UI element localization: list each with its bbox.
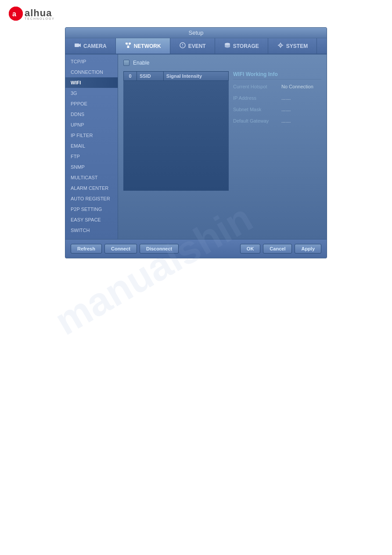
tab-event-label: EVENT xyxy=(188,43,206,49)
main-content: TCP/IP CONNECTION WIFI 3G PPPOE DDNS UPN… xyxy=(65,54,327,239)
current-hotspot-label: Current Hotspot xyxy=(233,84,281,89)
wifi-panel: 0 SSID Signal Intensity WIFI Working Inf… xyxy=(123,71,321,191)
wifi-table-section: 0 SSID Signal Intensity xyxy=(123,71,229,191)
camera-icon xyxy=(74,42,81,50)
tab-network[interactable]: NETWORK xyxy=(116,38,170,54)
subnet-mask-label: Subnet Mask xyxy=(233,107,281,112)
svg-line-8 xyxy=(128,44,130,46)
svg-point-14 xyxy=(280,45,281,46)
default-gateway-row: Default Gateway ....... xyxy=(233,118,321,123)
col-signal-header: Signal Intensity xyxy=(163,72,228,81)
col-num-header: 0 xyxy=(124,72,137,81)
svg-marker-3 xyxy=(79,44,81,47)
wifi-info-section: WIFI Working Info Current Hotspot No Con… xyxy=(233,71,321,191)
ip-address-label: IP Address xyxy=(233,95,281,101)
sidebar-item-tcpip[interactable]: TCP/IP xyxy=(65,56,118,67)
sidebar-item-ipfilter[interactable]: IP FILTER xyxy=(65,130,118,141)
storage-icon xyxy=(224,42,231,50)
sidebar-item-upnp[interactable]: UPNP xyxy=(65,120,118,130)
wifi-info-title: WIFI Working Info xyxy=(233,71,321,80)
svg-rect-2 xyxy=(75,44,79,47)
svg-text:a: a xyxy=(12,10,16,18)
svg-rect-5 xyxy=(129,43,131,44)
default-gateway-value: ....... xyxy=(281,118,291,123)
tabs-bar: CAMERA NETWORK EVENT STORAGE xyxy=(65,38,327,54)
tab-camera-label: CAMERA xyxy=(83,43,107,49)
sidebar-item-autoregister[interactable]: AUTO REGISTER xyxy=(65,193,118,204)
tab-storage[interactable]: STORAGE xyxy=(215,38,268,54)
subnet-mask-row: Subnet Mask ....... xyxy=(233,107,321,112)
network-icon xyxy=(125,42,132,50)
logo: a alhua TECHNOLOGY xyxy=(9,7,383,21)
sidebar-item-alarmcenter[interactable]: ALARM CENTER xyxy=(65,183,118,193)
sidebar-item-3g[interactable]: 3G xyxy=(65,88,118,98)
sidebar-item-snmp[interactable]: SNMP xyxy=(65,162,118,172)
tab-event[interactable]: EVENT xyxy=(170,38,215,54)
tab-camera[interactable]: CAMERA xyxy=(65,38,116,54)
bottom-buttons: Refresh Connect Disconnect OK Cancel App… xyxy=(65,239,327,258)
wifi-table-body xyxy=(123,81,229,191)
system-icon xyxy=(277,42,284,50)
enable-row: Enable xyxy=(123,60,321,66)
refresh-button[interactable]: Refresh xyxy=(71,244,102,254)
sidebar-item-connection[interactable]: CONNECTION xyxy=(65,67,118,77)
svg-rect-6 xyxy=(127,46,129,48)
connect-button[interactable]: Connect xyxy=(104,244,137,254)
wifi-table: 0 SSID Signal Intensity xyxy=(123,71,229,81)
sidebar-item-p2p[interactable]: P2P SETTING xyxy=(65,204,118,214)
setup-panel: Setup CAMERA NETWORK EVENT xyxy=(65,27,327,258)
ok-button[interactable]: OK xyxy=(240,244,261,254)
sidebar: TCP/IP CONNECTION WIFI 3G PPPOE DDNS UPN… xyxy=(65,54,118,239)
tab-system-label: SYSTEM xyxy=(286,43,308,49)
sidebar-item-wifi[interactable]: WIFI xyxy=(65,77,118,88)
cancel-button[interactable]: Cancel xyxy=(263,244,292,254)
default-gateway-label: Default Gateway xyxy=(233,118,281,123)
event-icon xyxy=(179,42,186,50)
enable-label: Enable xyxy=(133,60,149,66)
subnet-mask-value: ....... xyxy=(281,107,291,112)
setup-title: Setup xyxy=(65,28,327,38)
col-ssid-header: SSID xyxy=(137,72,164,81)
sidebar-item-pppoe[interactable]: PPPOE xyxy=(65,98,118,109)
logo-icon: a xyxy=(9,7,23,21)
sidebar-item-multicast[interactable]: MULTICAST xyxy=(65,172,118,183)
tab-system[interactable]: SYSTEM xyxy=(268,38,317,54)
enable-checkbox[interactable] xyxy=(123,60,129,66)
ip-address-value: ....... xyxy=(281,95,291,101)
sidebar-item-easyspace[interactable]: EASY SPACE xyxy=(65,214,118,225)
disconnect-button[interactable]: Disconnect xyxy=(140,244,179,254)
sidebar-item-email[interactable]: EMAIL xyxy=(65,141,118,151)
wifi-content: Enable 0 SSID Signal Intensity xyxy=(118,54,327,239)
svg-line-7 xyxy=(126,44,128,46)
tab-network-label: NETWORK xyxy=(134,43,161,49)
sidebar-item-switch[interactable]: SWITCH xyxy=(65,225,118,236)
current-hotspot-value: No Connection xyxy=(281,84,313,89)
current-hotspot-row: Current Hotspot No Connection xyxy=(233,84,321,89)
sidebar-item-ddns[interactable]: DDNS xyxy=(65,109,118,120)
apply-button[interactable]: Apply xyxy=(295,244,321,254)
sidebar-item-ftp[interactable]: FTP xyxy=(65,151,118,162)
tab-storage-label: STORAGE xyxy=(233,43,259,49)
logo-subtext: TECHNOLOGY xyxy=(25,17,55,20)
ip-address-row: IP Address ....... xyxy=(233,95,321,101)
svg-point-11 xyxy=(182,46,183,47)
svg-rect-4 xyxy=(126,43,128,44)
